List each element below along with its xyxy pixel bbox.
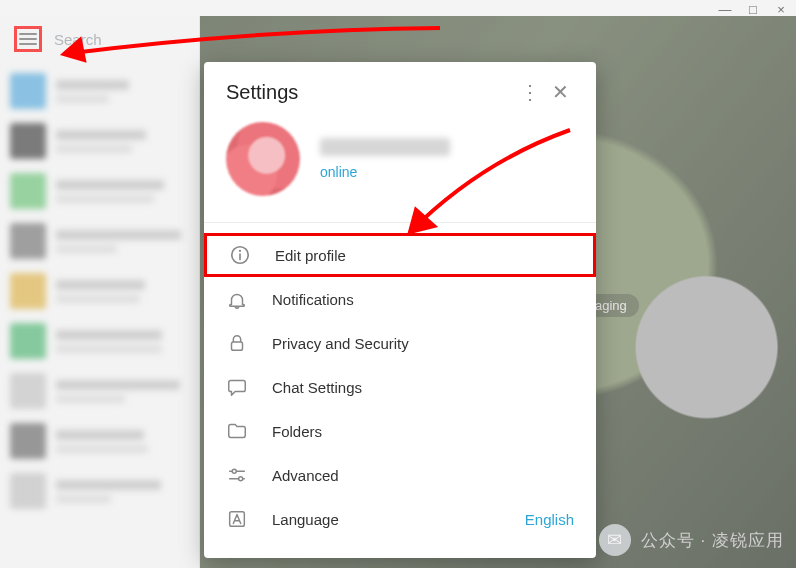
svg-rect-3 — [232, 342, 243, 350]
window-close-button[interactable]: × — [774, 2, 788, 16]
folder-icon — [226, 420, 248, 442]
chat-sidebar: Search — [0, 16, 200, 568]
menu-item-label: Edit profile — [275, 247, 571, 264]
chat-row[interactable] — [0, 266, 199, 316]
watermark: ✉ 公众号 · 凌锐应用 — [599, 524, 784, 556]
minimize-button[interactable]: — — [718, 2, 732, 16]
edit-profile-item[interactable]: Edit profile — [204, 233, 596, 277]
profile-name — [320, 138, 450, 156]
chat-row[interactable] — [0, 116, 199, 166]
menu-item-label: Advanced — [272, 467, 574, 484]
profile-avatar[interactable] — [226, 122, 300, 196]
maximize-button[interactable]: □ — [746, 2, 760, 16]
hamburger-menu-button[interactable] — [14, 26, 42, 52]
folders-item[interactable]: Folders — [204, 409, 596, 453]
notifications-item[interactable]: Notifications — [204, 277, 596, 321]
window-titlebar: — □ × — [0, 0, 796, 16]
profile-status: online — [320, 164, 450, 180]
language-value: English — [525, 511, 574, 528]
language-icon — [226, 508, 248, 530]
sliders-icon — [226, 464, 248, 486]
privacy-item[interactable]: Privacy and Security — [204, 321, 596, 365]
info-icon — [229, 244, 251, 266]
advanced-item[interactable]: Advanced — [204, 453, 596, 497]
chat-icon — [226, 376, 248, 398]
svg-point-7 — [239, 477, 243, 481]
menu-item-label: Folders — [272, 423, 574, 440]
chat-row[interactable] — [0, 416, 199, 466]
svg-point-5 — [232, 469, 236, 473]
svg-point-2 — [239, 250, 241, 252]
chat-row[interactable] — [0, 166, 199, 216]
language-item[interactable]: Language English — [204, 497, 596, 541]
chat-row[interactable] — [0, 66, 199, 116]
chat-row[interactable] — [0, 216, 199, 266]
chat-row[interactable] — [0, 366, 199, 416]
menu-item-label: Privacy and Security — [272, 335, 574, 352]
menu-item-label: Chat Settings — [272, 379, 574, 396]
bell-icon — [226, 288, 248, 310]
settings-title: Settings — [226, 81, 518, 104]
watermark-text: 公众号 · 凌锐应用 — [641, 529, 784, 552]
settings-modal: Settings ⋮ ✕ online Edit profile — [204, 62, 596, 558]
wechat-icon: ✉ — [599, 524, 631, 556]
settings-close-button[interactable]: ✕ — [542, 80, 578, 104]
lock-icon — [226, 332, 248, 354]
settings-more-button[interactable]: ⋮ — [518, 82, 542, 102]
menu-item-label: Language — [272, 511, 501, 528]
chat-row[interactable] — [0, 316, 199, 366]
search-input[interactable]: Search — [54, 31, 102, 48]
chat-row[interactable] — [0, 466, 199, 516]
chat-settings-item[interactable]: Chat Settings — [204, 365, 596, 409]
menu-item-label: Notifications — [272, 291, 574, 308]
